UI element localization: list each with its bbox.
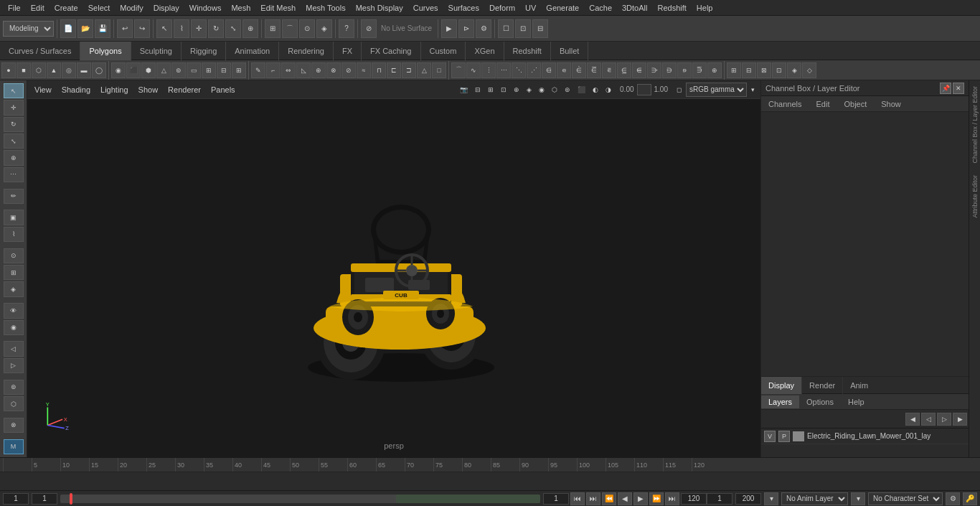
deform13-btn[interactable]: ⋹	[632, 62, 646, 78]
lasso-select-btn[interactable]: ⌇	[4, 227, 24, 242]
pen-btn[interactable]: ✎	[251, 62, 265, 78]
select-tool-btn[interactable]: ↖	[156, 19, 172, 38]
menu-generate[interactable]: Generate	[541, 2, 584, 14]
deform11-btn[interactable]: ⋷	[602, 62, 616, 78]
select-mode-btn[interactable]: ↖	[4, 83, 24, 98]
tab-custom[interactable]: Custom	[421, 42, 466, 60]
tab-xgen[interactable]: XGen	[466, 42, 504, 60]
fill-btn[interactable]: ⊓	[372, 62, 386, 78]
menu-cache[interactable]: Cache	[584, 2, 617, 14]
lasso-tool-btn[interactable]: ⌇	[174, 19, 189, 38]
edit-tab[interactable]: Edit	[809, 98, 837, 111]
live-surface-btn[interactable]: ⊘	[361, 19, 377, 38]
tab-fx-caching[interactable]: FX Caching	[362, 42, 420, 60]
scrub-handle[interactable]	[70, 493, 72, 505]
deform9-btn[interactable]: ⋵	[572, 62, 586, 78]
filmgate-btn[interactable]: ⊟	[472, 83, 484, 97]
xray-vp-btn[interactable]: ⊚	[562, 83, 573, 97]
deform16-btn[interactable]: ⋼	[677, 62, 692, 78]
maya-logo-btn[interactable]: M	[4, 439, 24, 454]
deform8-btn[interactable]: ⋴	[557, 62, 571, 78]
next-btn[interactable]: ▷	[4, 358, 24, 373]
view-menu[interactable]: View	[30, 84, 56, 95]
layer-color-swatch[interactable]	[793, 431, 804, 441]
layers-tab[interactable]: Layers	[761, 395, 799, 408]
plane-btn[interactable]: ▬	[77, 62, 91, 78]
marquee-select-btn[interactable]: ▣	[4, 210, 24, 225]
object-tab[interactable]: Object	[837, 98, 874, 111]
range-scrub-bar[interactable]	[60, 495, 540, 503]
mirror-btn[interactable]: ⇔	[281, 62, 296, 78]
time-ruler[interactable]: 5 10 15 20 25 30 35 40 45 50 55 60 65 70…	[0, 458, 980, 472]
open-scene-btn[interactable]: 📂	[77, 19, 93, 38]
gamma-btn[interactable]: ◻	[674, 83, 684, 97]
tab-polygons[interactable]: Polygons	[80, 42, 131, 60]
scale-tool-btn[interactable]: ⤡	[225, 19, 241, 38]
deform10-btn[interactable]: ⋶	[587, 62, 601, 78]
poly-special-btn[interactable]: ⊞	[202, 62, 216, 78]
combine-btn[interactable]: ⊗	[326, 62, 341, 78]
show-tab[interactable]: Show	[874, 98, 908, 111]
texture-btn[interactable]: ⬛	[575, 83, 588, 97]
range-end-input[interactable]	[681, 493, 707, 505]
layer-arrow-left-btn[interactable]: ◀	[905, 413, 920, 426]
deform14-btn[interactable]: ⋺	[647, 62, 661, 78]
poly-sphere-btn[interactable]: ◉	[111, 62, 126, 78]
menu-deform[interactable]: Deform	[484, 2, 520, 14]
layer-arrow-right-btn[interactable]: ▶	[953, 413, 967, 426]
close-panel-btn[interactable]: ✕	[953, 83, 964, 94]
reduce-btn[interactable]: ⊏	[387, 62, 401, 78]
save-scene-btn[interactable]: 💾	[95, 19, 110, 38]
move-mode-btn[interactable]: ✛	[4, 100, 24, 115]
help-tab[interactable]: Help	[841, 395, 872, 408]
snap-grid2-btn[interactable]: ⊞	[4, 265, 24, 280]
go-to-start-btn[interactable]: ⏮	[570, 492, 585, 505]
crease-btn[interactable]: ⌐	[266, 62, 281, 78]
deform17-btn[interactable]: ⋽	[692, 62, 707, 78]
exposure-btn[interactable]: ▾	[748, 83, 758, 97]
snap-group-btn[interactable]: ⊙	[4, 248, 24, 263]
lighting-menu[interactable]: Lighting	[96, 84, 133, 95]
menu-redshift[interactable]: Redshift	[652, 2, 691, 14]
poly-cylinder-btn[interactable]: ⬢	[141, 62, 156, 78]
tab-fx[interactable]: FX	[334, 42, 362, 60]
tab-rigging[interactable]: Rigging	[182, 42, 226, 60]
poly-type-btn[interactable]: ⊟	[217, 62, 231, 78]
current-frame-input[interactable]	[3, 493, 29, 505]
go-to-end-btn[interactable]: ⏭	[665, 492, 679, 505]
torus-btn[interactable]: ◎	[62, 62, 76, 78]
disk-btn[interactable]: ◯	[92, 62, 106, 78]
cone-btn[interactable]: ▲	[47, 62, 61, 78]
deform12-btn[interactable]: ⋸	[617, 62, 631, 78]
new-scene-btn[interactable]: 📄	[60, 19, 76, 38]
step-forward-frame-btn[interactable]: ⏩	[649, 492, 664, 505]
soft-select-btn[interactable]: ⋯	[4, 167, 24, 182]
tab-bullet[interactable]: Bullet	[551, 42, 589, 60]
universal-tool-btn[interactable]: ⊕	[242, 19, 258, 38]
shading2-btn[interactable]: ◉	[536, 83, 547, 97]
uv5-btn[interactable]: ◈	[787, 62, 801, 78]
undo-btn[interactable]: ↩	[117, 19, 133, 38]
hud-btn[interactable]: ⊕	[511, 83, 522, 97]
current-frame-input2[interactable]	[32, 493, 57, 505]
triangulate-btn[interactable]: △	[417, 62, 431, 78]
snap-surface-btn[interactable]: ◈	[316, 19, 332, 38]
playback-speed-btn[interactable]: ▾	[764, 492, 778, 505]
wireframe-btn[interactable]: ⬡	[4, 396, 24, 411]
poly-torus-btn[interactable]: ⊚	[171, 62, 186, 78]
deform4-btn[interactable]: ⋯	[496, 62, 511, 78]
channels-tab[interactable]: Channels	[761, 98, 809, 111]
deform18-btn[interactable]: ⊕	[707, 62, 722, 78]
menu-3dtool[interactable]: 3DtoAll	[617, 2, 652, 14]
play-forward-btn[interactable]: ▶	[633, 492, 648, 505]
anim-layer-dropdown[interactable]: No Anim Layer	[781, 492, 848, 505]
uv4-btn[interactable]: ⊡	[772, 62, 786, 78]
snap-grid-btn[interactable]: ⊞	[265, 19, 281, 38]
smooth-btn[interactable]: ≈	[357, 62, 371, 78]
bevel-btn[interactable]: ◺	[296, 62, 311, 78]
xray-btn[interactable]: ⊚	[4, 380, 24, 395]
ipr-btn[interactable]: ⊳	[458, 19, 474, 38]
anim-tab[interactable]: Anim	[843, 377, 875, 394]
rotate-tool-btn[interactable]: ↻	[208, 19, 224, 38]
camera-btn[interactable]: 📷	[457, 83, 471, 97]
